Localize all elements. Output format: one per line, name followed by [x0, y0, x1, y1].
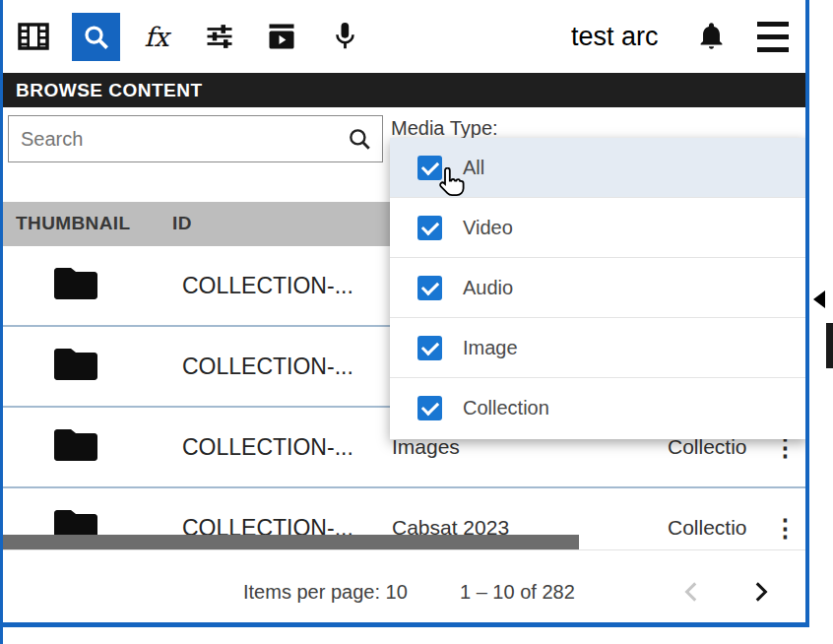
video-library-icon	[267, 23, 296, 50]
media-type-option-audio[interactable]: Audio	[390, 258, 807, 318]
window-frame-bottom	[0, 622, 809, 627]
window-frame-right	[805, 0, 809, 627]
next-page-button[interactable]	[740, 572, 780, 612]
row-id: COLLECTION-...	[182, 434, 353, 461]
app-window: fx test	[0, 0, 833, 644]
search-input[interactable]	[21, 128, 347, 151]
column-header-id[interactable]: ID	[172, 213, 192, 234]
media-type-option-collection[interactable]: Collection	[390, 378, 807, 438]
notifications-button[interactable]	[687, 12, 735, 59]
horizontal-scrollbar[interactable]	[3, 535, 579, 549]
search-box	[8, 115, 383, 162]
hamburger-icon	[757, 34, 789, 39]
panel-collapse-arrow-icon[interactable]	[813, 290, 825, 308]
option-label: All	[463, 157, 484, 179]
page-range-label: 1 – 10 of 282	[460, 581, 575, 604]
section-header: BROWSE CONTENT	[3, 73, 805, 107]
film-strip-icon[interactable]	[10, 13, 57, 60]
hamburger-icon	[757, 22, 789, 27]
pagination-bar: Items per page: 10 1 – 10 of 282	[3, 549, 805, 622]
microphone-icon	[331, 21, 358, 52]
checkbox-checked-icon[interactable]	[417, 396, 442, 420]
column-header-thumbnail[interactable]: THUMBNAIL	[16, 213, 131, 234]
checkbox-checked-icon[interactable]	[417, 276, 442, 300]
row-type: Collectio	[668, 516, 747, 540]
folder-icon	[52, 425, 99, 469]
vertical-scrollbar[interactable]	[826, 323, 833, 368]
media-type-option-video[interactable]: Video	[390, 198, 807, 258]
mouse-cursor-icon	[434, 167, 465, 204]
checkbox-checked-icon[interactable]	[417, 336, 442, 360]
film-strip-icon	[18, 22, 49, 51]
folder-icon	[52, 264, 99, 307]
items-per-page[interactable]: Items per page: 10	[243, 581, 408, 604]
search-icon	[82, 23, 111, 52]
filters-button[interactable]	[196, 13, 243, 60]
option-label: Audio	[463, 277, 513, 299]
previous-page-button[interactable]	[673, 572, 712, 612]
chevron-left-icon	[679, 579, 705, 605]
effects-button[interactable]: fx	[133, 13, 180, 60]
items-per-page-label: Items per page:	[243, 581, 380, 603]
option-label: Image	[463, 337, 518, 359]
search-field-icon[interactable]	[347, 126, 372, 152]
folder-icon	[52, 345, 99, 388]
media-type-label: Media Type:	[391, 117, 498, 140]
sliders-icon	[205, 23, 234, 50]
search-tab-button[interactable]	[72, 13, 120, 61]
voice-search-button[interactable]	[321, 13, 368, 60]
row-id: COLLECTION-...	[182, 273, 353, 299]
checkbox-checked-icon[interactable]	[417, 216, 442, 240]
row-kebab-menu-icon[interactable]: ⋮	[773, 514, 798, 543]
fx-icon: fx	[144, 22, 168, 52]
media-type-option-image[interactable]: Image	[390, 318, 807, 378]
option-label: Video	[463, 217, 513, 239]
right-gutter	[809, 0, 833, 644]
media-library-button[interactable]	[258, 13, 305, 60]
window-frame-left	[0, 0, 3, 644]
toolbar: fx test	[3, 0, 805, 73]
hamburger-icon	[757, 47, 789, 52]
account-label[interactable]: test arc	[571, 22, 659, 52]
items-per-page-value[interactable]: 10	[386, 581, 408, 603]
option-label: Collection	[463, 397, 549, 419]
main-menu-button[interactable]	[749, 13, 797, 60]
page-title: BROWSE CONTENT	[16, 80, 203, 101]
chevron-right-icon	[747, 579, 773, 605]
bell-icon	[697, 21, 726, 51]
row-id: COLLECTION-...	[182, 354, 353, 380]
